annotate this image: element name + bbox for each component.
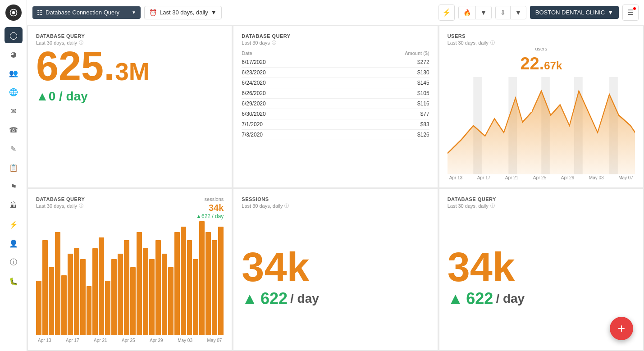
sidebar-item-flag[interactable]: ⚑ — [5, 178, 23, 195]
chevron-down-icon: ▼ — [607, 9, 613, 16]
card6-sublabel: Last 30 days, daily ⓘ — [448, 203, 635, 209]
bar — [124, 240, 129, 335]
bar — [92, 248, 98, 335]
card-sessions-big: SESSIONS Last 30 days, daily ⓘ 34k ▲622/… — [233, 189, 437, 351]
date-range-label: Last 30 days, daily — [160, 9, 208, 16]
sidebar-item-bank[interactable]: 🏛 — [5, 197, 23, 214]
bar — [162, 254, 167, 335]
share-button[interactable]: ⇩ — [496, 6, 511, 19]
sidebar-item-phone[interactable]: ☎ — [5, 122, 23, 138]
sessions-value: 34k — [196, 203, 224, 213]
card-users: USERS Last 30 days, daily ⓘ users 22.67k — [439, 26, 643, 187]
bar — [130, 267, 136, 335]
sidebar-item-clipboard[interactable]: 📋 — [5, 160, 23, 176]
query-table: Date Amount ($) 6/17/2020$2726/23/2020$1… — [242, 50, 429, 140]
clock-icon: ⏰ — [149, 9, 157, 16]
sessions-big-day: ▲622/ day — [242, 289, 319, 308]
bar — [206, 232, 211, 335]
sidebar-item-dashboard[interactable]: ◯ — [5, 27, 23, 43]
sessions-bar-chart — [36, 219, 224, 337]
bar — [212, 240, 217, 335]
sidebar-item-pen[interactable]: ✎ — [5, 141, 23, 157]
bar — [87, 286, 92, 335]
sidebar-item-bug[interactable]: 🐛 — [5, 273, 23, 289]
card-db-query-table: DATABASE QUERY Last 30 days ⓘ Date Amoun… — [233, 26, 437, 187]
card-db-query-bars: DATABASE QUERY Last 30 days, daily ⓘ ses… — [28, 189, 232, 351]
db-big-day: ▲622/ day — [448, 289, 525, 308]
card2-label: DATABASE QUERY — [242, 33, 429, 39]
table-row: 6/29/2020$116 — [242, 99, 429, 109]
bar — [36, 281, 41, 335]
sidebar: ◯ ◕ 👥 🌐 ✉ ☎ ✎ 📋 ⚑ 🏛 ⚡ 👤 ⓘ 🐛 — [0, 0, 27, 351]
sidebar-item-person[interactable]: 👤 — [5, 235, 23, 251]
bar — [218, 227, 224, 335]
col-amount: Amount ($) — [335, 50, 429, 57]
card1-big-value: 625.3M — [36, 46, 224, 87]
info-icon[interactable]: ⓘ — [79, 203, 83, 209]
bar — [111, 259, 117, 335]
bar — [99, 237, 104, 335]
bar — [118, 254, 123, 335]
add-fab-button[interactable]: + — [610, 317, 633, 340]
info-icon[interactable]: ⓘ — [272, 40, 276, 46]
date-range-selector[interactable]: ⏰ Last 30 days, daily ▼ — [144, 6, 222, 19]
card2-sublabel: Last 30 days ⓘ — [242, 40, 429, 46]
bar — [42, 240, 48, 335]
table-row: 6/26/2020$105 — [242, 88, 429, 99]
sessions-chart-label: sessions — [196, 196, 224, 202]
table-row: 7/3/2020$126 — [242, 130, 429, 140]
hamburger-icon: ☰ — [627, 8, 634, 17]
info-icon[interactable]: ⓘ — [490, 203, 495, 209]
plus-icon: + — [618, 321, 625, 336]
bar — [55, 232, 60, 335]
share-chevron[interactable]: ▼ — [511, 6, 526, 19]
svg-point-1 — [12, 11, 15, 14]
grid-icon: ☷ — [37, 9, 43, 16]
actions-group: 🔥 ▼ — [458, 6, 492, 19]
sidebar-item-info[interactable]: ⓘ — [5, 254, 23, 270]
clinic-name: BOSTON DENTAL CLINIC — [535, 9, 605, 16]
sidebar-item-analytics[interactable]: ◕ — [5, 46, 23, 62]
card-db-query-1: DATABASE QUERY Last 30 days, daily ⓘ 625… — [28, 26, 232, 187]
bar — [187, 240, 192, 335]
bar — [193, 259, 198, 335]
bar — [149, 259, 155, 335]
bar — [181, 227, 186, 335]
card4-label: DATABASE QUERY — [36, 196, 85, 202]
lightning-button[interactable]: ⚡ — [438, 5, 455, 21]
bar — [174, 232, 180, 335]
query-title: Database Connection Query — [46, 9, 129, 16]
main-area: ☷ Database Connection Query ▼ ⏰ Last 30 … — [27, 0, 644, 351]
query-selector[interactable]: ☷ Database Connection Query ▼ — [32, 6, 141, 19]
table-row: 6/17/2020$272 — [242, 57, 429, 68]
card4-sublabel: Last 30 days, daily ⓘ — [36, 203, 85, 209]
fire-chevron[interactable]: ▼ — [476, 6, 491, 19]
card6-label: DATABASE QUERY — [448, 196, 635, 202]
clinic-selector[interactable]: BOSTON DENTAL CLINIC ▼ — [530, 6, 619, 19]
table-row: 7/1/2020$83 — [242, 119, 429, 130]
bar — [105, 281, 110, 335]
sidebar-item-email[interactable]: ✉ — [5, 103, 23, 119]
chevron-down-icon: ▼ — [211, 9, 217, 16]
users-chart-svg — [448, 77, 635, 174]
table-row: 6/30/2020$77 — [242, 109, 429, 119]
card5-sublabel: Last 30 days, daily ⓘ — [242, 203, 429, 209]
card4-x-axis: Apr 13 Apr 17 Apr 21 Apr 25 Apr 29 May 0… — [36, 337, 224, 343]
users-chart-label: users — [448, 46, 635, 51]
card1-day-delta: ▲0 / day — [36, 89, 224, 104]
sidebar-item-globe[interactable]: 🌐 — [5, 84, 23, 100]
dashboard-grid: DATABASE QUERY Last 30 days, daily ⓘ 625… — [27, 25, 644, 351]
header: ☷ Database Connection Query ▼ ⏰ Last 30 … — [27, 0, 644, 25]
card5-label: SESSIONS — [242, 196, 429, 202]
menu-button[interactable]: ☰ — [622, 5, 639, 21]
bar — [168, 267, 174, 335]
app-logo[interactable] — [5, 5, 22, 21]
info-icon[interactable]: ⓘ — [490, 40, 495, 46]
users-x-axis: Apr 13 Apr 17 Apr 21 Apr 25 Apr 29 May 0… — [448, 174, 635, 180]
chevron-down-icon: ▼ — [132, 10, 136, 15]
sidebar-item-users[interactable]: 👥 — [5, 65, 23, 81]
users-value: 22.67k — [448, 54, 635, 73]
info-icon[interactable]: ⓘ — [284, 203, 289, 209]
fire-button[interactable]: 🔥 — [459, 6, 476, 19]
sidebar-item-lightning[interactable]: ⚡ — [5, 216, 23, 232]
